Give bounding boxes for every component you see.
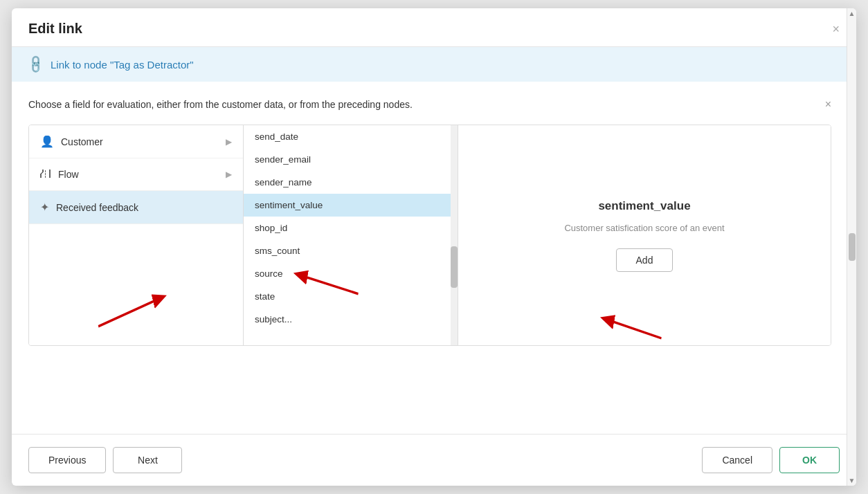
- feedback-icon: ✦: [40, 201, 49, 214]
- link-icon: 🔗: [25, 53, 46, 75]
- customer-label: Customer: [61, 136, 103, 147]
- instruction-row: Choose a field for evaluation, either fr…: [28, 98, 831, 111]
- next-button[interactable]: Next: [113, 447, 182, 473]
- dialog-footer: Previous Next Cancel OK: [12, 434, 856, 486]
- sidebar-item-feedback-inner: ✦ Received feedback: [40, 201, 138, 214]
- middle-scrollbar[interactable]: [451, 125, 458, 345]
- flow-label: Flow: [58, 169, 79, 180]
- sidebar-item-received-feedback[interactable]: ✦ Received feedback: [29, 191, 243, 224]
- ok-button[interactable]: OK: [779, 447, 840, 473]
- previous-button[interactable]: Previous: [28, 447, 106, 473]
- field-item-state[interactable]: state: [244, 285, 458, 308]
- instruction-text: Choose a field for evaluation, either fr…: [28, 99, 413, 110]
- field-item-sender-email[interactable]: sender_email: [244, 148, 458, 171]
- field-item-sender-name[interactable]: sender_name: [244, 171, 458, 194]
- left-panel: 👤 Customer ▶ ⛙ Flow ▶ ✦ Received feedba: [29, 125, 244, 345]
- field-item-sms-count[interactable]: sms_count: [244, 239, 458, 262]
- field-item-shop-id[interactable]: shop_id: [244, 217, 458, 239]
- sidebar-item-customer-inner: 👤 Customer: [40, 135, 103, 148]
- sidebar-item-customer[interactable]: 👤 Customer ▶: [29, 125, 243, 158]
- panels-container: 👤 Customer ▶ ⛙ Flow ▶ ✦ Received feedba: [28, 125, 831, 346]
- field-item-subject[interactable]: subject...: [244, 308, 458, 331]
- link-banner-text: Link to node "Tag as Detractor": [51, 59, 194, 71]
- middle-scrollbar-thumb[interactable]: [451, 246, 458, 288]
- edit-link-dialog: Edit link × 🔗 Link to node "Tag as Detra…: [12, 8, 856, 486]
- flow-icon: ⛙: [40, 168, 51, 181]
- add-field-button[interactable]: Add: [616, 248, 673, 272]
- close-icon[interactable]: ×: [832, 23, 840, 35]
- cancel-button[interactable]: Cancel: [702, 447, 772, 473]
- dismiss-icon[interactable]: ×: [825, 98, 831, 111]
- scroll-down-arrow[interactable]: ▼: [849, 477, 856, 484]
- flow-chevron: ▶: [226, 170, 232, 179]
- scroll-thumb[interactable]: [849, 233, 856, 261]
- field-item-send-date[interactable]: send_date: [244, 125, 458, 148]
- field-list: send_date sender_email sender_name senti…: [244, 125, 458, 345]
- middle-panel: send_date sender_email sender_name senti…: [244, 125, 458, 345]
- field-item-source[interactable]: source: [244, 262, 458, 285]
- selected-field-name: sentiment_value: [598, 199, 690, 213]
- dialog-header: Edit link ×: [12, 8, 856, 47]
- customer-icon: 👤: [40, 135, 54, 148]
- field-item-sentiment-value[interactable]: sentiment_value: [244, 194, 458, 217]
- selected-field-desc: Customer satisfication score of an event: [564, 223, 724, 233]
- dialog-body: Choose a field for evaluation, either fr…: [12, 82, 856, 417]
- footer-left-actions: Previous Next: [28, 447, 182, 473]
- footer-right-actions: Cancel OK: [702, 447, 840, 473]
- dialog-scrollbar[interactable]: ▲ ▼: [847, 8, 856, 486]
- right-panel: sentiment_value Customer satisfication s…: [458, 125, 831, 345]
- sidebar-item-flow-inner: ⛙ Flow: [40, 168, 79, 181]
- scroll-up-arrow[interactable]: ▲: [849, 10, 856, 17]
- link-banner: 🔗 Link to node "Tag as Detractor": [12, 47, 856, 82]
- customer-chevron: ▶: [226, 137, 232, 147]
- dialog-title: Edit link: [28, 21, 82, 37]
- feedback-label: Received feedback: [56, 202, 138, 213]
- sidebar-item-flow[interactable]: ⛙ Flow ▶: [29, 158, 243, 191]
